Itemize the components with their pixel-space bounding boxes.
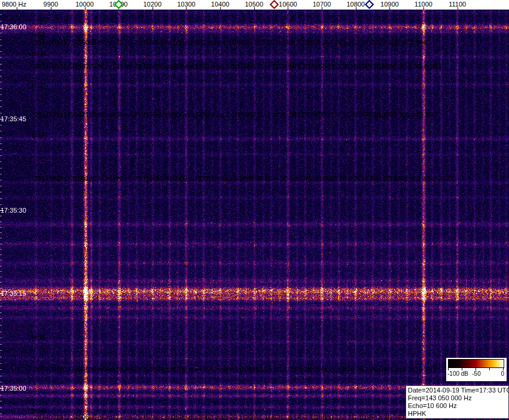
info-frequency: Freq=143 050 000 Hz <box>408 394 508 402</box>
time-tick-minor <box>0 249 2 250</box>
time-tick-minor <box>0 216 2 216</box>
blue-diamond-marker[interactable] <box>365 0 374 9</box>
colorbar-gradient <box>448 359 504 368</box>
echo-event-annotation: 20140919173450680 hCnt127 nb-75 f10601 h… <box>34 413 413 420</box>
time-tick-minor <box>0 94 2 95</box>
time-tick-major <box>0 210 4 211</box>
freq-tick-mark <box>85 7 86 10</box>
time-tick-label: 17:35:00 <box>1 385 26 392</box>
time-tick-minor <box>0 401 2 401</box>
time-tick-minor <box>0 282 2 283</box>
time-tick-minor <box>0 238 2 238</box>
time-tick-minor <box>0 376 2 376</box>
time-tick-minor <box>0 255 2 255</box>
time-tick-major <box>0 388 4 389</box>
time-tick-minor <box>0 357 2 357</box>
echo-event-annotation: 20140919173542180 hCnt130 nb-77 f10650 h… <box>34 111 437 118</box>
time-tick-minor <box>0 70 2 70</box>
freq-tick-mark <box>356 7 356 10</box>
echo-event-annotation: 20140919173508180 hCnt129 nb-77 f10650 h… <box>34 175 450 182</box>
time-tick-minor <box>0 125 2 125</box>
time-tick-minor <box>0 155 2 156</box>
time-tick-major <box>0 293 4 294</box>
freq-tick-mark <box>322 7 322 10</box>
freq-tick-mark <box>51 7 51 10</box>
time-tick-minor <box>0 168 2 168</box>
time-tick-label: 17:35:30 <box>1 207 26 214</box>
frequency-axis: 9800 Hz990010000101001020010300104001050… <box>0 0 509 10</box>
time-tick-minor <box>0 260 2 260</box>
time-tick-minor <box>0 277 2 277</box>
time-tick-minor <box>0 413 2 414</box>
time-tick-minor <box>0 306 2 306</box>
info-date-time: Date=2014-09-19 Time=17:33 UTC <box>408 387 508 394</box>
info-echo: Echo=10 600 Hz <box>408 402 508 410</box>
time-tick-minor <box>0 57 2 58</box>
time-offset-marker: ^ t+50 <box>27 82 45 89</box>
freq-tick-mark <box>288 7 288 10</box>
time-tick-label: 17:36:00 <box>1 23 26 30</box>
time-tick-minor <box>0 318 2 319</box>
db-scale-legend: -100 dB -50 0 <box>446 358 507 381</box>
time-tick-minor <box>0 100 2 101</box>
time-tick-minor <box>0 131 2 131</box>
time-tick-minor <box>0 244 2 244</box>
time-offset-marker: ^ t+59 <box>27 31 45 38</box>
time-tick-minor <box>0 382 2 382</box>
freq-tick-mark <box>186 7 187 10</box>
time-tick-minor <box>0 51 2 52</box>
time-tick-minor <box>0 332 2 332</box>
time-tick-minor <box>0 21 2 22</box>
colorbar-label-max: 0 <box>501 370 504 377</box>
time-tick-minor <box>0 300 2 301</box>
time-tick-minor <box>0 288 2 289</box>
time-tick-minor <box>0 14 2 15</box>
freq-tick-mark <box>17 7 17 10</box>
echo-event-annotation: 20140919173556080 hCnt132 nb-79 f10455 h… <box>34 39 427 46</box>
time-tick-minor <box>0 266 2 266</box>
time-tick-minor <box>0 325 2 326</box>
time-tick-minor <box>0 64 2 65</box>
echo-event-annotation: 20140919173456580 hCnt128 nb-77 f10899 h… <box>34 366 437 373</box>
time-tick-minor <box>0 369 2 370</box>
time-tick-major <box>0 119 4 119</box>
freq-tick-label: 9800 Hz <box>2 1 26 8</box>
time-tick-minor <box>0 350 2 351</box>
freq-tick-mark <box>153 7 153 10</box>
time-tick-label: 17:35:15 <box>1 290 26 297</box>
time-tick-minor <box>0 174 2 174</box>
time-tick-minor <box>0 192 2 192</box>
meteor-spectrogram-app: 17:36:0017:35:4517:35:3017:35:1517:35:00… <box>0 0 509 420</box>
time-tick-minor <box>0 312 2 313</box>
status-info-box: Date=2014-09-19 Time=17:33 UTC Freq=143 … <box>406 385 509 419</box>
time-tick-minor <box>0 232 2 233</box>
echo-event-annotation: 20140919173550776 hCnt131 nb-78 f10650 h… <box>34 63 441 70</box>
time-tick-minor <box>0 222 2 222</box>
time-tick-minor <box>0 39 2 40</box>
time-tick-minor <box>0 149 2 150</box>
time-tick-label: 17:35:45 <box>1 115 26 122</box>
time-tick-minor <box>0 137 2 138</box>
time-offset-marker: ^ t+42 <box>27 132 45 139</box>
time-offset-marker: ^ t+56 <box>27 51 45 58</box>
time-tick-minor <box>0 113 2 114</box>
time-tick-minor <box>0 45 2 46</box>
time-tick-minor <box>0 186 2 186</box>
time-tick-minor <box>0 88 2 89</box>
time-tick-minor <box>0 198 2 199</box>
time-tick-minor <box>0 180 2 180</box>
red-diamond-marker[interactable] <box>270 0 279 9</box>
colorbar-label-min: -100 dB <box>447 370 468 377</box>
freq-tick-mark <box>458 7 458 10</box>
time-tick-major <box>0 27 4 27</box>
freq-tick-mark <box>254 7 255 10</box>
time-tick-minor <box>0 161 2 162</box>
time-tick-minor <box>0 33 2 33</box>
freq-tick-mark <box>389 7 390 10</box>
time-tick-minor <box>0 344 2 345</box>
time-tick-minor <box>0 82 2 82</box>
time-tick-minor <box>0 204 2 205</box>
time-tick-minor <box>0 338 2 338</box>
colorbar-labels: -100 dB -50 0 <box>446 370 507 379</box>
freq-tick-mark <box>220 7 221 10</box>
